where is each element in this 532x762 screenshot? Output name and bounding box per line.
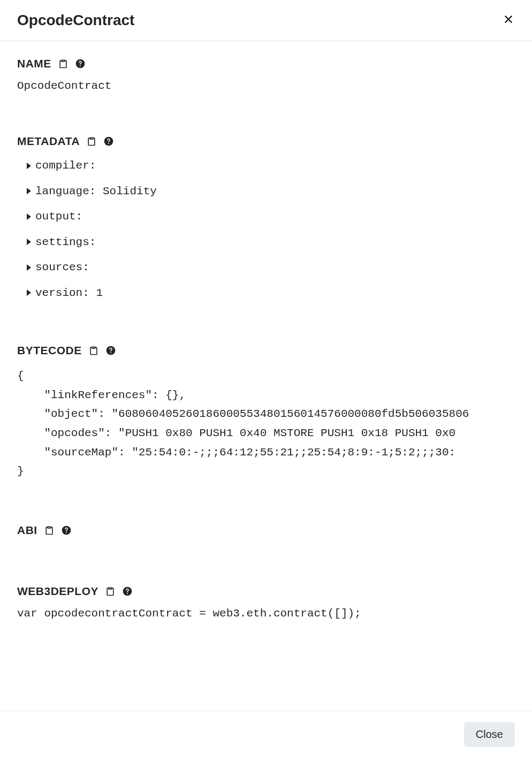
tree-item[interactable]: sources: (27, 259, 515, 276)
tree-item[interactable]: settings: (27, 234, 515, 251)
section-web3deploy: WEB3DEPLOY var opcodecontractContract = … (17, 585, 515, 622)
help-icon[interactable] (61, 525, 72, 536)
caret-right-icon (27, 188, 31, 194)
name-value: OpcodeContract (17, 80, 515, 92)
svg-rect-9 (47, 527, 51, 528)
svg-point-5 (108, 143, 109, 144)
tree-item[interactable]: version: 1 (27, 285, 515, 302)
svg-point-8 (110, 352, 111, 353)
close-icon[interactable] (502, 13, 515, 28)
metadata-tree: compiler: language: Solidity output: set… (17, 157, 515, 301)
tree-item-label: output: (35, 208, 82, 225)
caret-right-icon (27, 264, 31, 271)
svg-point-14 (127, 593, 128, 594)
section-web3deploy-header: WEB3DEPLOY (17, 585, 515, 598)
caret-right-icon (27, 289, 31, 296)
caret-right-icon (27, 163, 31, 169)
help-icon[interactable] (75, 58, 86, 69)
section-name-header: NAME (17, 57, 515, 70)
svg-rect-0 (62, 60, 65, 62)
section-abi: ABI (17, 524, 515, 537)
section-metadata-header: METADATA (17, 135, 515, 148)
tree-item-label: compiler: (35, 157, 96, 174)
section-name: NAME OpcodeContract (17, 57, 515, 92)
clipboard-icon[interactable] (105, 586, 116, 597)
caret-right-icon (27, 214, 31, 220)
tree-item-label: settings: (35, 234, 96, 251)
clipboard-icon[interactable] (44, 525, 55, 536)
close-button[interactable]: Close (464, 722, 515, 747)
tree-item[interactable]: compiler: (27, 157, 515, 174)
help-icon[interactable] (103, 136, 114, 147)
help-icon[interactable] (122, 586, 133, 597)
section-abi-label: ABI (17, 524, 37, 537)
clipboard-icon[interactable] (58, 58, 69, 69)
section-bytecode-header: BYTECODE (17, 344, 515, 357)
section-web3deploy-label: WEB3DEPLOY (17, 585, 98, 598)
section-metadata-label: METADATA (17, 135, 80, 148)
modal-title: OpcodeContract (17, 12, 134, 29)
clipboard-icon[interactable] (86, 136, 97, 147)
section-metadata: METADATA compiler: (17, 135, 515, 301)
tree-item-label: sources: (35, 259, 89, 276)
tree-item-label: version: 1 (35, 285, 103, 302)
modal-footer: Close (0, 711, 532, 762)
svg-rect-6 (92, 347, 95, 348)
section-bytecode-label: BYTECODE (17, 344, 82, 357)
modal-header: OpcodeContract (0, 0, 532, 41)
bytecode-content: { "linkReferences": {}, "object": "60806… (17, 367, 515, 481)
tree-item[interactable]: language: Solidity (27, 183, 515, 200)
clipboard-icon[interactable] (88, 345, 99, 356)
svg-rect-12 (109, 588, 112, 589)
modal-body: NAME OpcodeContract METADATA (0, 41, 532, 712)
tree-item-label: language: Solidity (35, 183, 157, 200)
section-bytecode: BYTECODE { "linkReferences": {}, "object… (17, 344, 515, 481)
web3deploy-content: var opcodecontractContract = web3.eth.co… (17, 605, 515, 622)
section-abi-header: ABI (17, 524, 515, 537)
help-icon[interactable] (105, 345, 116, 356)
section-name-label: NAME (17, 57, 51, 70)
svg-rect-3 (90, 138, 94, 139)
svg-point-11 (66, 532, 67, 533)
tree-item[interactable]: output: (27, 208, 515, 225)
caret-right-icon (27, 239, 31, 245)
svg-point-2 (80, 65, 81, 66)
